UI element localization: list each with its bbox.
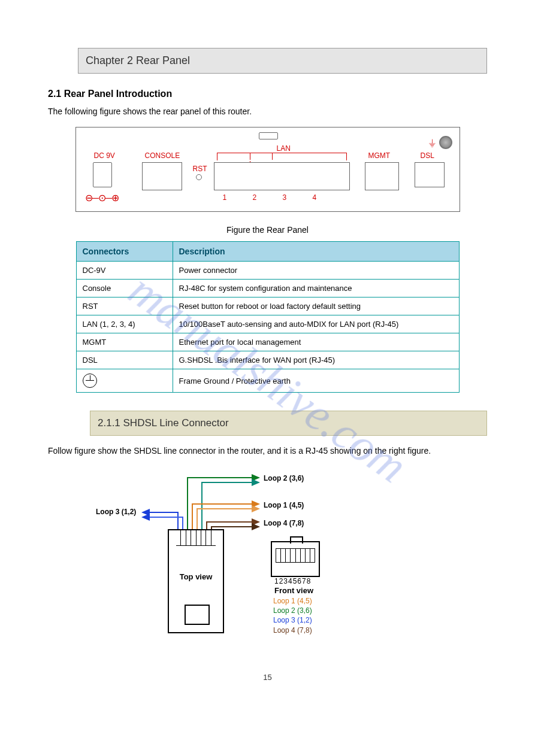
- loop4-label: Loop 4 (7,8): [264, 519, 304, 527]
- table-cell-connector: Console: [76, 280, 173, 297]
- lan-label: LAN: [277, 144, 291, 153]
- front-view-label: Front view: [274, 586, 313, 595]
- mgmt-label: MGMT: [368, 151, 391, 160]
- table-cell-connector: MGMT: [76, 333, 173, 351]
- table-row: RSTReset button for reboot or load facto…: [76, 297, 459, 315]
- section-heading: 2.1 Rear Panel Introduction: [48, 89, 487, 99]
- rj45-front-view: [271, 541, 320, 577]
- loop-list-3: Loop 3 (1,2): [273, 615, 312, 625]
- lan-port-numbers: 1 2 3 4: [223, 193, 341, 202]
- table-row: ConsoleRJ-48C for system configuration a…: [76, 280, 459, 297]
- table-cell-connector: DC-9V: [76, 262, 173, 280]
- table-cell-description: G.SHDSL .Bis interface for WAN port (RJ-…: [173, 351, 459, 369]
- table-cell-description: 10/100BaseT auto-sensing and auto-MDIX f…: [173, 315, 459, 333]
- page-number: 15: [48, 673, 487, 682]
- console-port: [142, 162, 182, 190]
- dc9v-port: [93, 162, 112, 187]
- table-cell-description: RJ-48C for system configuration and main…: [173, 280, 459, 297]
- table-row: DC-9VPower connector: [76, 262, 459, 280]
- table-row: MGMTEthernet port for local management: [76, 333, 459, 351]
- table-row: Frame Ground / Protective earth: [76, 369, 459, 393]
- page-content: Chapter 2 Rear Panel 2.1 Rear Panel Intr…: [0, 0, 535, 718]
- loop3-label: Loop 3 (1,2): [96, 508, 136, 516]
- ground-icon: ⏚: [429, 136, 436, 149]
- lan-num-2: 2: [253, 193, 257, 202]
- loop2-label: Loop 2 (3,6): [264, 474, 304, 482]
- lan-brace-ticks: [250, 153, 316, 160]
- ground-icon: [83, 374, 97, 388]
- section-intro-text: The following figure shows the rear pane…: [48, 105, 487, 118]
- th-connectors: Connectors: [76, 242, 173, 262]
- front-pin-numbers: 12345678: [274, 577, 311, 585]
- rear-panel-diagram: DC 9V ⊖─⊙─⊕ CONSOLE RST LAN 1 2 3 4 MGMT…: [75, 127, 460, 212]
- polarity-symbol: ⊖─⊙─⊕: [85, 192, 119, 204]
- dc9v-label: DC 9V: [94, 151, 115, 160]
- connectors-table: Connectors Description DC-9VPower connec…: [76, 241, 460, 393]
- table-cell-connector: LAN (1, 2, 3, 4): [76, 315, 173, 333]
- dsl-label: DSL: [421, 151, 434, 160]
- table-cell-connector: [76, 369, 173, 393]
- table-cell-description: Frame Ground / Protective earth: [173, 369, 459, 393]
- lan-num-1: 1: [223, 193, 227, 202]
- chapter-banner: Chapter 2 Rear Panel: [78, 48, 487, 74]
- ground-screw-icon: [439, 136, 452, 149]
- rj45-top-view: Top view: [168, 529, 224, 633]
- dsl-port: [415, 162, 445, 187]
- mgmt-port: [365, 162, 399, 190]
- table-cell-description: Power connector: [173, 262, 459, 280]
- table-row: LAN (1, 2, 3, 4)10/100BaseT auto-sensing…: [76, 315, 459, 333]
- th-description: Description: [173, 242, 459, 262]
- connectors-table-body: DC-9VPower connectorConsoleRJ-48C for sy…: [76, 262, 459, 393]
- table-cell-description: Ethernet port for local management: [173, 333, 459, 351]
- top-view-label: Top view: [169, 572, 223, 581]
- shdsl-connector-figure: Loop 3 (1,2) Loop 2 (3,6) Loop 1 (4,5) L…: [96, 469, 347, 649]
- loop-list-4: Loop 4 (7,8): [273, 626, 312, 635]
- loop-list-1: Loop 1 (4,5): [273, 596, 312, 606]
- figure-caption: Figure the Rear Panel: [48, 224, 487, 236]
- table-row: DSLG.SHDSL .Bis interface for WAN port (…: [76, 351, 459, 369]
- loop-list-2: Loop 2 (3,6): [273, 606, 312, 615]
- reset-button-icon: [196, 174, 202, 180]
- console-label: CONSOLE: [145, 151, 180, 160]
- loop1-label: Loop 1 (4,5): [264, 501, 304, 509]
- sub-chapter-text: Follow figure show the SHDSL line connec…: [48, 445, 487, 457]
- loop-list: Loop 1 (4,5) Loop 2 (3,6) Loop 3 (1,2) L…: [273, 596, 312, 635]
- lan-num-4: 4: [313, 193, 317, 202]
- lan-ports-block: [214, 162, 350, 190]
- table-cell-description: Reset button for reboot or load factory …: [173, 297, 459, 315]
- rst-label: RST: [193, 165, 207, 173]
- lan-num-3: 3: [283, 193, 287, 202]
- vent-slot: [259, 132, 278, 139]
- table-cell-connector: RST: [76, 297, 173, 315]
- table-cell-connector: DSL: [76, 351, 173, 369]
- sub-chapter-banner: 2.1.1 SHDSL Line Connector: [90, 411, 487, 436]
